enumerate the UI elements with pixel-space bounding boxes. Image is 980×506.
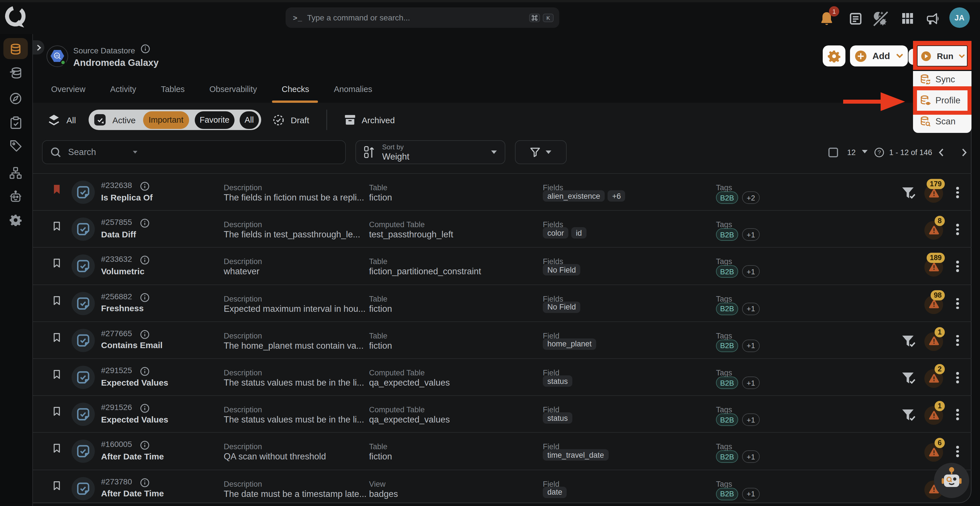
- svg-text:?: ?: [878, 149, 881, 156]
